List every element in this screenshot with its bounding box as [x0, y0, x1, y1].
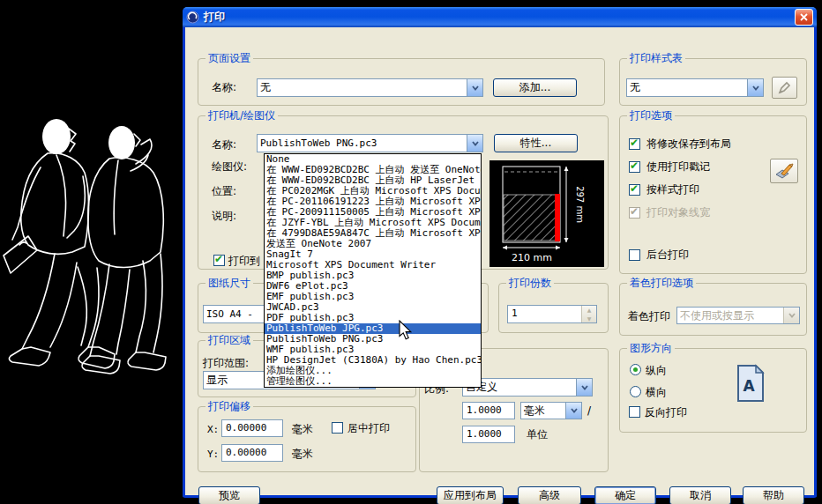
dropdown-item[interactable]: PublishToWeb PNG.pc3 — [265, 334, 481, 345]
dropdown-item[interactable]: 在 PC0202MGK 上自动 Microsoft XPS Document — [265, 186, 481, 196]
offset-x-unit: 毫米 — [292, 423, 313, 435]
portrait-radio[interactable] — [630, 364, 641, 375]
plot-option-row: 后台打印 — [629, 248, 803, 262]
dropdown-item[interactable]: 在 4799D8AE59A847C 上自动 Microsoft XPS Do — [265, 228, 481, 239]
page-setup-name-label: 名称: — [212, 81, 236, 93]
help-button[interactable]: 帮助 — [743, 486, 804, 504]
reverse-plot-label: 反向打印 — [645, 406, 687, 419]
add-button[interactable]: 添加... — [493, 78, 577, 97]
plot-area-legend: 打印区域 — [206, 333, 253, 347]
close-icon — [800, 13, 808, 21]
checkbox[interactable]: ✔ — [629, 138, 640, 150]
spinner-up-icon[interactable]: ▲ — [582, 306, 596, 315]
dropdown-item[interactable]: JWCAD.pc3 — [265, 302, 481, 313]
shaded-viewport-legend: 着色打印选项 — [627, 276, 696, 290]
description-label: 说明: — [212, 210, 236, 222]
checkbox: ✔ — [629, 207, 640, 219]
dialog-icon — [186, 11, 199, 24]
edit-plot-style-button[interactable] — [772, 77, 797, 99]
orientation-legend: 图形方向 — [627, 341, 675, 355]
dropdown-item[interactable]: EMF publish.pc3 — [265, 292, 481, 302]
checkbox[interactable]: ✔ — [629, 184, 640, 196]
pencil-icon — [777, 80, 792, 95]
close-button[interactable] — [795, 9, 813, 26]
dropdown-item[interactable]: PDF publish.pc3 — [265, 313, 481, 323]
plot-to-file-label: 打印到 — [228, 255, 260, 267]
title-bar[interactable]: 打印 — [183, 7, 817, 27]
ok-button[interactable]: 确定 — [594, 486, 656, 504]
offset-y-input[interactable]: 0.00000 — [221, 444, 283, 462]
chevron-down-icon — [783, 308, 799, 323]
apply-to-layout-button[interactable]: 应用到布局 — [437, 486, 504, 504]
cursor-icon — [399, 320, 413, 341]
stamp-icon — [774, 162, 794, 180]
spinner-down-icon[interactable]: ▼ — [582, 315, 596, 323]
dropdown-item[interactable]: WMF publish.pc3 — [265, 345, 481, 355]
landscape-radio[interactable] — [630, 386, 641, 397]
plot-option-label: 后台打印 — [646, 248, 689, 261]
offset-y-label: Y: — [207, 448, 219, 461]
center-plot-label: 居中打印 — [347, 422, 390, 434]
figures-drawing — [2, 86, 182, 389]
dropdown-item[interactable]: 在 WWW-ED092BCD2BC 上自动 HP LaserJet 8000 — [265, 175, 481, 186]
dropdown-item[interactable]: 在 PC-200911150005 上自动 Microsoft XPS Do — [265, 207, 481, 218]
copies-legend: 打印份数 — [506, 276, 554, 290]
preview-button[interactable]: 预览 — [198, 486, 260, 504]
plot-option-row: ✔打印对象线宽 — [629, 206, 803, 219]
preview-height-label: 297 mm — [575, 186, 585, 223]
checkbox[interactable]: ✔ — [629, 161, 640, 173]
plot-offset-legend: 打印偏移 — [206, 399, 253, 413]
dropdown-item[interactable]: BMP publish.pc3 — [265, 271, 481, 281]
printer-name-combo[interactable]: PublishToWeb PNG.pc3 — [257, 134, 483, 152]
plot-style-combo[interactable]: 无 — [626, 78, 764, 97]
chevron-down-icon[interactable] — [576, 379, 592, 396]
scale-units-label: 单位 — [527, 428, 548, 441]
chevron-down-icon[interactable] — [565, 403, 581, 419]
dropdown-item[interactable]: DWF6 ePlot.pc3 — [265, 281, 481, 292]
plot-option-label: 使用打印戳记 — [646, 160, 710, 173]
dropdown-item[interactable]: 发送至 OneNote 2007 — [265, 239, 481, 249]
dropdown-item[interactable]: HP DesignJet (C3180A) by Hao Chen.pc3 — [265, 355, 481, 366]
plot-range-label: 打印范围: — [203, 357, 249, 369]
page-setup-name-combo[interactable]: 无 — [257, 78, 483, 97]
advanced-button[interactable]: 高级 — [518, 486, 581, 504]
dropdown-item[interactable]: 在 WWW-ED092BCD2BC 上自动 发送至 OneNote 20 — [265, 165, 481, 175]
paper-preview: 297 mm 210 mm — [489, 160, 604, 267]
plot-options-legend: 打印选项 — [627, 108, 675, 122]
reverse-plot-checkbox[interactable] — [629, 406, 640, 418]
scale-combo[interactable]: 自定义 — [462, 378, 593, 397]
plot-option-row: ✔将修改保存到布局 — [629, 137, 803, 151]
dropdown-item[interactable]: 在 PC-201106191223 上自动 Microsoft XPS Do — [265, 196, 481, 207]
dropdown-item[interactable]: None — [265, 154, 481, 165]
dropdown-item[interactable]: 在 JZYF-YBL 上自动 Microsoft XPS Document W — [265, 218, 481, 228]
printer-name-label: 名称: — [212, 138, 236, 151]
properties-button[interactable]: 特性... — [494, 134, 578, 152]
plotter-label: 绘图仪: — [212, 160, 247, 173]
printer-dropdown-list[interactable]: None在 WWW-ED092BCD2BC 上自动 发送至 OneNote 20… — [264, 153, 482, 388]
chevron-down-icon[interactable] — [467, 135, 482, 152]
center-plot-checkbox[interactable] — [332, 422, 343, 434]
dropdown-item[interactable]: 添加绘图仪... — [265, 366, 481, 376]
plot-to-file-checkbox[interactable]: ✔ — [213, 255, 225, 266]
printer-legend: 打印机/绘图仪 — [206, 108, 278, 122]
scale-units-input[interactable]: 1.0000 — [462, 426, 515, 443]
offset-y-unit: 毫米 — [292, 448, 313, 460]
paper-orientation-icon: A — [736, 364, 765, 403]
copies-spinner[interactable]: 1 ▲ ▼ — [507, 305, 597, 323]
scale-unit-combo[interactable]: 毫米 — [520, 402, 582, 419]
svg-text:A: A — [743, 377, 755, 395]
dropdown-item[interactable]: PublishToWeb JPG.pc3 — [265, 323, 481, 334]
shade-plot-combo: 不使用或按显示 — [676, 307, 800, 324]
dropdown-item[interactable]: 管理绘图仪... — [265, 376, 481, 387]
chevron-down-icon[interactable] — [467, 79, 482, 96]
plot-stamp-settings-button[interactable] — [770, 159, 798, 183]
scale-length-input[interactable]: 1.0000 — [462, 402, 515, 419]
dropdown-item[interactable]: Microsoft XPS Document Writer — [265, 260, 481, 271]
cancel-button[interactable]: 取消 — [669, 486, 731, 504]
chevron-down-icon[interactable] — [747, 79, 763, 96]
offset-x-input[interactable]: 0.00000 — [221, 419, 283, 437]
shade-plot-label: 着色打印 — [628, 310, 670, 322]
plot-offset-group: 打印偏移 — [198, 406, 416, 472]
dropdown-item[interactable]: SnagIt 7 — [265, 249, 481, 260]
checkbox[interactable] — [629, 249, 640, 261]
